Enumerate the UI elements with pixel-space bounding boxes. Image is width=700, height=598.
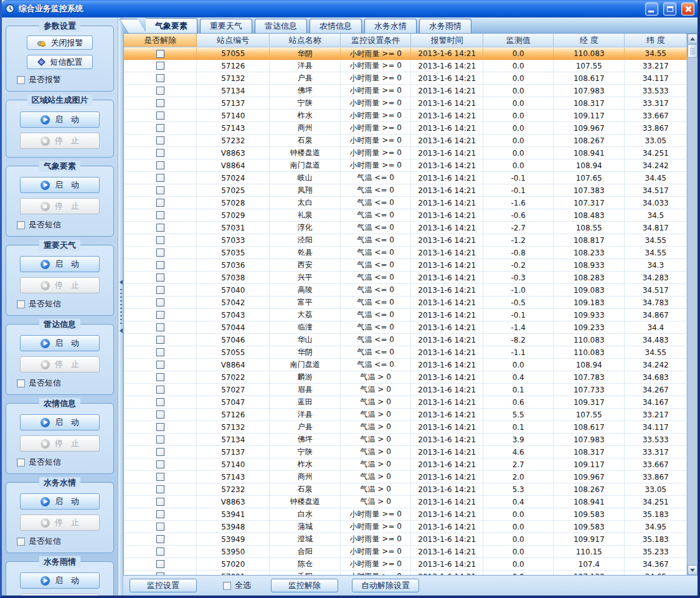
start-button[interactable]: 启 动 — [20, 572, 100, 589]
row-checkbox[interactable] — [156, 161, 164, 169]
row-checkbox[interactable] — [156, 535, 164, 543]
table-row[interactable]: 57055华阴气温 <= 02013-1-6 14:21-1.1110.0833… — [124, 346, 687, 359]
column-header-3[interactable]: 监控设置条件 — [341, 34, 411, 47]
table-row[interactable]: 57047蓝田气温 > 02013-1-6 14:210.6109.31734.… — [124, 396, 687, 409]
stop-button[interactable]: 停 止 — [20, 594, 100, 596]
start-button[interactable]: 启 动 — [20, 177, 100, 193]
tab-3[interactable]: 农情信息 — [310, 19, 362, 33]
row-checkbox[interactable] — [156, 186, 164, 194]
table-row[interactable]: 57134佛坪小时雨量 >= 02013-1-6 14:210.0107.983… — [124, 85, 687, 97]
tab-0[interactable]: 气象要素 — [146, 18, 197, 33]
column-header-0[interactable]: 是否解除 — [124, 34, 197, 47]
table-row[interactable]: 57020陈仓小时雨量 >= 02013-1-6 14:210.0107.434… — [124, 558, 687, 571]
row-checkbox[interactable] — [156, 99, 164, 107]
row-checkbox[interactable] — [156, 124, 164, 132]
row-checkbox[interactable] — [156, 298, 164, 306]
row-checkbox[interactable] — [156, 323, 164, 331]
close-button[interactable] — [681, 2, 694, 16]
scrollbar-track[interactable] — [688, 59, 698, 565]
row-checkbox[interactable] — [156, 87, 164, 95]
row-checkbox[interactable] — [156, 249, 164, 257]
row-checkbox[interactable] — [156, 174, 164, 182]
start-button[interactable]: 启 动 — [20, 493, 100, 510]
row-checkbox[interactable] — [156, 498, 164, 506]
auto-release-button[interactable]: 自动解除设置 — [352, 579, 419, 592]
table-row[interactable]: 57029礼泉气温 <= 02013-1-6 14:21-0.6108.4833… — [124, 209, 687, 222]
table-row[interactable]: 57140柞水小时雨量 >= 02013-1-6 14:210.0109.117… — [124, 110, 687, 122]
tab-2[interactable]: 雷达信息 — [255, 19, 307, 33]
vertical-scrollbar[interactable] — [687, 34, 698, 575]
row-checkbox[interactable] — [156, 149, 164, 157]
start-button[interactable]: 启 动 — [20, 335, 100, 351]
row-checkbox[interactable] — [156, 523, 164, 531]
row-checkbox[interactable] — [156, 112, 164, 120]
row-checkbox[interactable] — [156, 435, 164, 444]
row-checkbox[interactable] — [156, 224, 164, 232]
alarm-checkbox[interactable] — [17, 76, 25, 84]
maximize-button[interactable] — [663, 2, 676, 16]
scrollbar-thumb[interactable] — [688, 44, 698, 58]
start-button[interactable]: 启 动 — [20, 112, 100, 128]
column-header-6[interactable]: 经 度 — [554, 34, 625, 47]
table-row[interactable]: 57232石泉气温 > 02013-1-6 14:215.3108.26733.… — [124, 483, 687, 496]
column-header-7[interactable]: 纬 度 — [625, 34, 687, 47]
column-header-5[interactable]: 监测值 — [483, 34, 554, 47]
sms-checkbox[interactable] — [17, 379, 25, 387]
table-row[interactable]: 53950合阳小时雨量 >= 02013-1-6 14:210.0110.153… — [124, 546, 687, 558]
monitor-release-button[interactable]: 监控解除 — [271, 579, 338, 592]
row-checkbox[interactable] — [156, 336, 164, 344]
close-alarm-button[interactable]: 关闭报警 — [27, 36, 93, 50]
stop-button[interactable]: 停 止 — [20, 277, 100, 293]
row-checkbox[interactable] — [156, 62, 164, 70]
stop-button[interactable]: 停 止 — [20, 515, 100, 531]
table-row[interactable]: 57046华山气温 <= 02013-1-6 14:21-8.2110.0833… — [124, 334, 687, 346]
table-row[interactable]: 57035乾县气温 <= 02013-1-6 14:21-0.8108.2333… — [124, 247, 687, 259]
table-row[interactable]: 57134佛坪气温 > 02013-1-6 14:213.9107.98333.… — [124, 434, 687, 446]
stop-button[interactable]: 停 止 — [20, 133, 100, 149]
row-checkbox[interactable] — [156, 398, 164, 406]
table-row[interactable]: 57137宁陕小时雨量 >= 02013-1-6 14:210.0108.317… — [124, 97, 687, 110]
row-checkbox[interactable] — [156, 510, 164, 518]
table-row[interactable]: 57022麟游气温 > 02013-1-6 14:210.4107.78334.… — [124, 371, 687, 384]
table-row[interactable]: 57024岐山气温 <= 02013-1-6 14:21-0.1107.6534… — [124, 172, 687, 184]
stop-button[interactable]: 停 止 — [20, 435, 100, 452]
sms-checkbox[interactable] — [17, 300, 25, 308]
table-row[interactable]: 57044临潼气温 <= 02013-1-6 14:21-1.4109.2333… — [124, 321, 687, 334]
scroll-down-button[interactable] — [688, 565, 698, 575]
tab-5[interactable]: 水务雨情 — [419, 19, 471, 33]
select-all-checkbox[interactable] — [223, 582, 231, 590]
table-row[interactable]: 57055华阴小时雨量 >= 02013-1-6 14:210.0110.083… — [124, 47, 687, 60]
tab-1[interactable]: 重要天气 — [200, 19, 252, 33]
minimize-button[interactable] — [645, 2, 658, 16]
table-row[interactable]: 53941白水小时雨量 >= 02013-1-6 14:210.0109.583… — [124, 508, 687, 521]
start-button[interactable]: 启 动 — [20, 256, 100, 272]
sms-checkbox[interactable] — [17, 458, 25, 467]
row-checkbox[interactable] — [156, 548, 164, 556]
table-row[interactable]: 57043大荔气温 <= 02013-1-6 14:21-0.1109.9333… — [124, 309, 687, 321]
table-row[interactable]: 57137宁陕气温 > 02013-1-6 14:214.6108.31733.… — [124, 446, 687, 458]
table-row[interactable]: 57036西安气温 <= 02013-1-6 14:21-0.2108.9333… — [124, 259, 687, 272]
table-row[interactable]: 57040高陵气温 <= 02013-1-6 14:21-1.0109.0833… — [124, 284, 687, 297]
row-checkbox[interactable] — [156, 261, 164, 269]
table-row[interactable]: 57021千阳小时雨量 >= 02013-1-6 14:210.0107.133… — [124, 571, 687, 575]
table-row[interactable]: 57038兴平气温 <= 02013-1-6 14:21-0.3108.2833… — [124, 272, 687, 284]
table-row[interactable]: 53949澄城小时雨量 >= 02013-1-6 14:210.0109.917… — [124, 533, 687, 546]
stop-button[interactable]: 停 止 — [20, 198, 100, 214]
scroll-up-button[interactable] — [688, 34, 698, 44]
column-header-1[interactable]: 站点编号 — [197, 34, 269, 47]
row-checkbox[interactable] — [156, 423, 164, 431]
row-checkbox[interactable] — [156, 361, 164, 369]
row-checkbox[interactable] — [156, 50, 164, 58]
tab-4[interactable]: 水务水情 — [364, 19, 417, 33]
row-checkbox[interactable] — [156, 473, 164, 481]
column-header-2[interactable]: 站点名称 — [270, 34, 341, 47]
row-checkbox[interactable] — [156, 348, 164, 356]
table-row[interactable]: 57143商州小时雨量 >= 02013-1-6 14:210.0109.967… — [124, 122, 687, 135]
column-header-4[interactable]: 报警时间 — [411, 34, 483, 47]
row-checkbox[interactable] — [156, 560, 164, 568]
table-row[interactable]: 57028太白气温 <= 02013-1-6 14:21-1.6107.3173… — [124, 197, 687, 209]
row-checkbox[interactable] — [156, 386, 164, 394]
table-row[interactable]: 57232石泉小时雨量 >= 02013-1-6 14:210.0108.267… — [124, 135, 687, 147]
table-row[interactable]: 57132户县小时雨量 >= 02013-1-6 14:210.0108.617… — [124, 72, 687, 85]
row-checkbox[interactable] — [156, 199, 164, 207]
